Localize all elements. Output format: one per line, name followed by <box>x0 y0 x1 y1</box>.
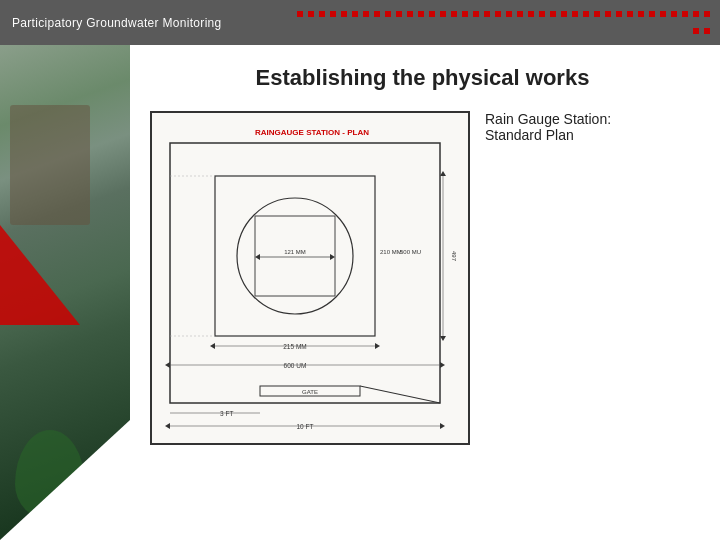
content-panel: Establishing the physical works RAINGAUG… <box>130 45 720 540</box>
svg-text:3 FT: 3 FT <box>220 410 233 417</box>
header-dot <box>528 11 534 17</box>
svg-marker-15 <box>375 343 380 349</box>
header-dot <box>572 11 578 17</box>
header-dot <box>363 11 369 17</box>
svg-text:GATE: GATE <box>302 389 318 395</box>
sidebar-white-triangle <box>0 420 130 540</box>
header-dot <box>605 11 611 17</box>
svg-text:10 FT: 10 FT <box>297 423 314 430</box>
svg-text:500 MU: 500 MU <box>400 249 421 255</box>
header-dot <box>693 11 699 17</box>
header-dot <box>506 11 512 17</box>
diagram-container: RAINGAUGE STATION - PLAN 121 MM <box>150 111 470 445</box>
header-dot <box>517 11 523 17</box>
main-content: Establishing the physical works RAINGAUG… <box>0 45 720 540</box>
header-dot <box>704 28 710 34</box>
svg-marker-33 <box>165 423 170 429</box>
caption-line2: Standard Plan <box>485 127 695 143</box>
header-dot <box>638 11 644 17</box>
header-dot <box>341 11 347 17</box>
svg-text:RAINGAUGE STATION - PLAN: RAINGAUGE STATION - PLAN <box>255 128 369 137</box>
header-dot <box>297 11 303 17</box>
svg-text:210 MM: 210 MM <box>380 249 402 255</box>
header-dot <box>484 11 490 17</box>
svg-rect-2 <box>215 176 375 336</box>
header-dot <box>693 28 699 34</box>
svg-marker-19 <box>440 362 445 368</box>
svg-marker-18 <box>165 362 170 368</box>
svg-rect-4 <box>255 216 335 296</box>
caption-line1: Rain Gauge Station: <box>485 111 695 127</box>
svg-marker-27 <box>440 336 446 341</box>
header-dot <box>440 11 446 17</box>
header-decoration <box>290 8 710 38</box>
header-dot <box>539 11 545 17</box>
header-dot <box>374 11 380 17</box>
header-dot <box>704 11 710 17</box>
header-dot <box>682 11 688 17</box>
header-dot <box>330 11 336 17</box>
svg-point-3 <box>237 198 353 314</box>
header-dot <box>660 11 666 17</box>
header-dot <box>616 11 622 17</box>
svg-line-20 <box>360 386 440 403</box>
svg-marker-8 <box>330 254 335 260</box>
header-dot <box>451 11 457 17</box>
app-title: Participatory Groundwater Monitoring <box>12 16 222 30</box>
header-dot <box>429 11 435 17</box>
svg-text:121 MM: 121 MM <box>284 249 306 255</box>
header-dot <box>671 11 677 17</box>
sidebar-photo-panel <box>0 45 130 540</box>
header-dot <box>583 11 589 17</box>
svg-text:497: 497 <box>451 251 457 262</box>
svg-marker-14 <box>210 343 215 349</box>
header-dot <box>462 11 468 17</box>
header-dot <box>495 11 501 17</box>
header-dot <box>308 11 314 17</box>
svg-marker-26 <box>440 171 446 176</box>
header-dot <box>550 11 556 17</box>
sidebar-red-triangle <box>0 225 80 325</box>
svg-text:600 UM: 600 UM <box>284 362 307 369</box>
svg-text:215 MM: 215 MM <box>283 343 306 350</box>
svg-marker-7 <box>255 254 260 260</box>
header-dot <box>319 11 325 17</box>
header-dot <box>385 11 391 17</box>
header-dot <box>649 11 655 17</box>
header-dot <box>396 11 402 17</box>
svg-marker-34 <box>440 423 445 429</box>
header-dot <box>352 11 358 17</box>
header-dot <box>473 11 479 17</box>
page-title: Establishing the physical works <box>150 65 695 91</box>
caption-area: Rain Gauge Station: Standard Plan <box>485 111 695 153</box>
diagram-box: RAINGAUGE STATION - PLAN 121 MM <box>150 111 470 445</box>
header-dot <box>407 11 413 17</box>
raingauge-plan-svg: RAINGAUGE STATION - PLAN 121 MM <box>160 121 464 431</box>
header-dot <box>627 11 633 17</box>
header-dot <box>561 11 567 17</box>
header-dot <box>418 11 424 17</box>
header-dot <box>594 11 600 17</box>
content-row: RAINGAUGE STATION - PLAN 121 MM <box>150 111 695 445</box>
header-bar: Participatory Groundwater Monitoring <box>0 0 720 45</box>
